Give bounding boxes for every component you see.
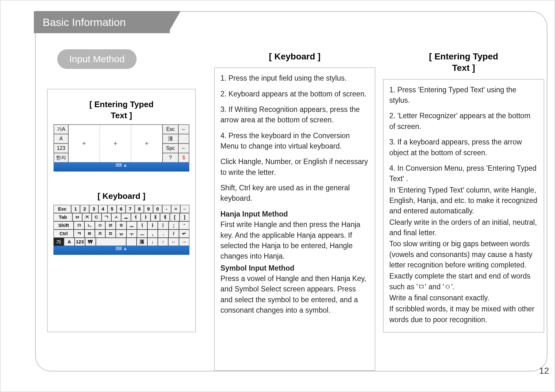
key: ㅛ xyxy=(121,213,131,221)
key: 0 xyxy=(153,205,162,213)
key: 가 xyxy=(53,238,64,246)
key: ; xyxy=(169,221,179,230)
keyboard-row: Shiftㅁㄴㅇㄹㅎㅗㅓㅏㅣ;' xyxy=(53,221,189,230)
key: 6 xyxy=(117,205,126,213)
keyboard-row: 가A123₩漢↓↑←→ xyxy=(53,238,189,246)
key: ' xyxy=(179,221,189,230)
keyboard-row: Tabㅂㅈㄷㄱㅅㅛㅕㅑㅐㅔ[] xyxy=(53,213,189,221)
key: ㄷ xyxy=(92,213,102,221)
key: 4 xyxy=(98,205,108,213)
recognizer-right-buttons: Esc 漢 Spc ? xyxy=(163,125,178,162)
key: , xyxy=(147,230,158,238)
key: ㄱ xyxy=(102,213,111,221)
tab-num: 123 xyxy=(54,144,68,153)
key: ㄴ xyxy=(84,221,95,230)
key: 7 xyxy=(126,205,135,213)
handwriting-area: + + + xyxy=(68,125,163,162)
key: ㅎ xyxy=(116,221,126,230)
column-typed-title: [ Entering Typed Text ] xyxy=(383,51,544,74)
key: ㅜ xyxy=(126,230,137,238)
kbd-note-2: Shift, Ctrl key are used as in the gener… xyxy=(220,183,369,204)
key: ] xyxy=(180,213,189,221)
btn-hanja: 漢 xyxy=(163,134,178,144)
page-number: 12 xyxy=(539,366,549,376)
key: . xyxy=(158,230,168,238)
column-keyboard-title: [ Keyboard ] xyxy=(214,51,375,62)
key: / xyxy=(169,230,179,238)
typed-tail-3: Exactly complete the start and end of wo… xyxy=(389,271,538,292)
key: 9 xyxy=(144,205,153,213)
left-illustration-panel: [ Entering Typed Text ] 가A A 123 한자 + + … xyxy=(47,89,196,332)
tab-eng: A xyxy=(54,134,68,144)
key: 2 xyxy=(80,205,89,213)
key: Shift xyxy=(53,221,74,230)
column-keyboard-box: 1. Press the input field using the stylu… xyxy=(214,67,375,371)
left-subtitle-typed: [ Entering Typed Text ] xyxy=(53,99,189,121)
key: ㅗ xyxy=(126,221,137,230)
key: ㅂ xyxy=(72,213,82,221)
key: ← xyxy=(168,238,179,246)
typed-step-1: 1. Press 'Entering Typed Text' using the… xyxy=(389,85,538,106)
typed-tail-1: Clearly write in the orders of an initia… xyxy=(389,217,538,238)
key: Esc xyxy=(53,205,71,213)
section-pill: Input Method xyxy=(57,49,137,69)
tab-hanja: 한자 xyxy=(54,153,68,162)
typed-step-4: 4. In Conversion Menu, press 'Entering T… xyxy=(389,163,538,184)
key: → xyxy=(179,238,189,246)
key: ㅓ xyxy=(137,221,147,230)
header-title: Basic Information xyxy=(43,16,126,28)
key: 8 xyxy=(135,205,144,213)
key: Ctrl xyxy=(53,230,74,238)
key xyxy=(126,238,137,246)
key: ₩ xyxy=(85,238,96,246)
key: ㅣ xyxy=(158,221,168,230)
hanja-body: First write Hangle and then press the Ha… xyxy=(220,219,369,261)
key: ㅏ xyxy=(147,221,158,230)
header-slant xyxy=(168,11,181,33)
key: ㅅ xyxy=(111,213,121,221)
keyboard-screenshot: Esc1234567890-=←Tabㅂㅈㄷㄱㅅㅛㅕㅑㅐㅔ[]Shiftㅁㄴㅇㄹ… xyxy=(53,205,189,255)
key: 123 xyxy=(75,238,85,246)
write-box-2: + xyxy=(100,125,131,162)
blank-icon xyxy=(178,134,189,144)
symbol-head: Symbol Input Method xyxy=(220,263,369,273)
key: ㅍ xyxy=(105,230,116,238)
btn-esc: Esc xyxy=(163,125,178,134)
key: A xyxy=(64,238,74,246)
key: ㅔ xyxy=(160,213,170,221)
kbd-step-3: 3. If Writing Recognition appears, press… xyxy=(220,104,369,126)
key: ㅑ xyxy=(141,213,151,221)
key: 3 xyxy=(89,205,98,213)
typed-tail-2: Too slow writing or big gaps between wor… xyxy=(389,239,538,270)
key: ㅐ xyxy=(151,213,160,221)
kbd-step-1: 1. Press the input field using the stylu… xyxy=(220,73,369,83)
hanja-head: Hanja Input Method xyxy=(220,209,369,219)
typed-tail-5: If scribbled words, it may be mixed with… xyxy=(389,304,538,325)
column-typed: [ Entering Typed Text ] 1. Press 'Enteri… xyxy=(383,51,544,333)
key: ㅇ xyxy=(95,221,105,230)
typed-step-3: 3. If a keyboard appears, press the arro… xyxy=(389,137,538,158)
key: ㅊ xyxy=(95,230,105,238)
btn-question: ? xyxy=(163,153,178,162)
key: = xyxy=(171,205,180,213)
key: ↓ xyxy=(147,238,158,246)
key: ↵ xyxy=(179,230,189,238)
keyboard-row: Ctrlㅋㅌㅊㅍㅠㅜㅡ,./↵ xyxy=(53,230,189,238)
kbd-step-2: 2. Keyboard appears at the bottom of scr… xyxy=(220,89,369,99)
typed-tail-4: Write a final consonant exactly. xyxy=(389,293,538,303)
left-subtitle-keyboard: [ Keyboard ] xyxy=(53,191,189,202)
key: ㅠ xyxy=(116,230,126,238)
keyboard-bottom-bar: ⌨ ▲ xyxy=(53,246,189,255)
typed-tail-0: In 'Entering Typed Text' column, write H… xyxy=(389,185,538,217)
key: ㅋ xyxy=(74,230,84,238)
section-pill-label: Input Method xyxy=(69,54,125,64)
tab-kor-eng: 가A xyxy=(54,125,68,134)
key: ㄹ xyxy=(105,221,116,230)
kbd-note-1: Click Hangle, Number, or English if nece… xyxy=(220,156,369,178)
write-box-1: + xyxy=(69,125,100,162)
key: ← xyxy=(180,205,189,213)
recognizer-left-tabs: 가A A 123 한자 xyxy=(54,125,68,162)
key: ㅁ xyxy=(74,221,84,230)
arrow-back-icon: ← xyxy=(178,125,189,134)
key xyxy=(96,238,126,246)
